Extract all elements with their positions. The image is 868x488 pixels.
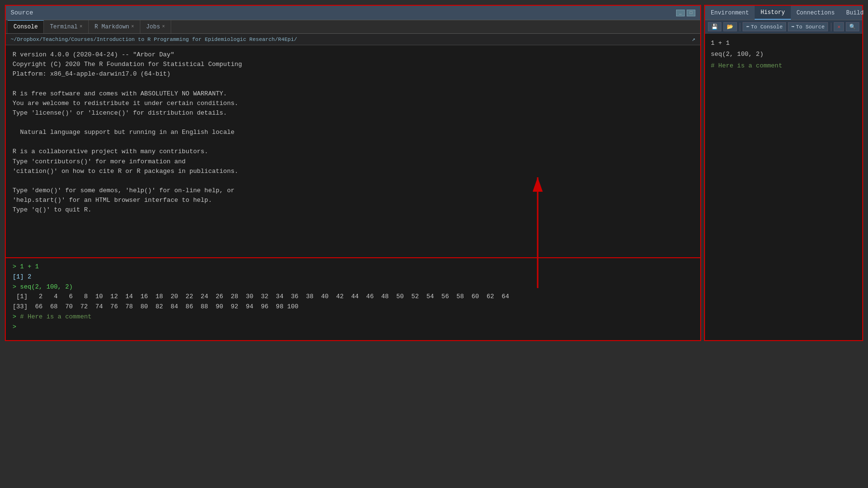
tab-history[interactable]: History xyxy=(755,6,790,20)
load-icon: 📂 xyxy=(727,24,733,30)
path-link-icon[interactable]: ↗ xyxy=(692,36,695,43)
path-text: ~/Dropbox/Teaching/Courses/Introduction … xyxy=(11,37,297,42)
tab-jobs[interactable]: Jobs × xyxy=(140,20,171,33)
search-icon: 🔍 xyxy=(849,24,856,30)
bottom-area xyxy=(0,346,868,488)
console-tab-bar: Console Terminal × R Markdown × Jobs × xyxy=(6,20,700,34)
path-bar: ~/Dropbox/Teaching/Courses/Introduction … xyxy=(6,34,700,45)
maximize-icon[interactable]: □ xyxy=(687,10,695,16)
tab-console[interactable]: Console xyxy=(8,20,44,33)
minimize-icon[interactable]: _ xyxy=(676,10,685,16)
console-input-area[interactable]: > 1 + 1 [1] 2 > seq(2, 100, 2) [1] 2 4 6… xyxy=(6,258,700,340)
history-item-2[interactable]: seq(2, 100, 2) xyxy=(711,49,856,60)
console-startup-text: R version 4.0.0 (2020-04-24) -- "Arbor D… xyxy=(13,50,693,215)
tab-environment[interactable]: Environment xyxy=(705,6,755,20)
delete-icon: ✕ xyxy=(837,24,841,30)
to-source-btn[interactable]: ➡ To Source xyxy=(788,22,828,31)
search-history-btn[interactable]: 🔍 xyxy=(846,22,859,31)
arrow-left-icon: ⬅ xyxy=(746,24,749,30)
source-header-icons: _ □ xyxy=(676,10,695,16)
left-panel: Source _ □ Console Terminal × R Markdown… xyxy=(5,5,701,341)
right-toolbar: 💾 📂 ⬅ To Console ➡ To Source ✕ xyxy=(705,20,862,34)
right-tab-bar: Environment History Connections Build Gi… xyxy=(705,6,862,20)
tab-terminal[interactable]: Terminal × xyxy=(44,20,89,33)
save-icon: 💾 xyxy=(711,24,718,30)
r-markdown-close-icon[interactable]: × xyxy=(131,24,134,29)
tab-build[interactable]: Build xyxy=(841,6,868,20)
history-content: 1 + 1 seq(2, 100, 2) # Here is a comment xyxy=(705,34,862,340)
terminal-close-icon[interactable]: × xyxy=(80,24,82,29)
tab-r-markdown[interactable]: R Markdown × xyxy=(89,20,140,33)
right-panel: Environment History Connections Build Gi… xyxy=(704,5,863,341)
save-history-btn[interactable]: 💾 xyxy=(708,22,721,31)
delete-history-btn[interactable]: ✕ xyxy=(834,22,844,31)
console-output: R version 4.0.0 (2020-04-24) -- "Arbor D… xyxy=(6,45,700,258)
history-item-3[interactable]: # Here is a comment xyxy=(711,60,856,71)
to-console-btn[interactable]: ⬅ To Console xyxy=(743,22,786,31)
source-title: Source xyxy=(11,9,33,16)
tab-connections[interactable]: Connections xyxy=(791,6,841,20)
console-commands: > 1 + 1 [1] 2 > seq(2, 100, 2) [1] 2 4 6… xyxy=(13,262,693,332)
history-item-1[interactable]: 1 + 1 xyxy=(711,38,856,49)
arrow-right-icon: ➡ xyxy=(791,24,795,30)
load-history-btn[interactable]: 📂 xyxy=(723,22,737,31)
jobs-close-icon[interactable]: × xyxy=(162,24,165,29)
source-header: Source _ □ xyxy=(6,6,700,20)
